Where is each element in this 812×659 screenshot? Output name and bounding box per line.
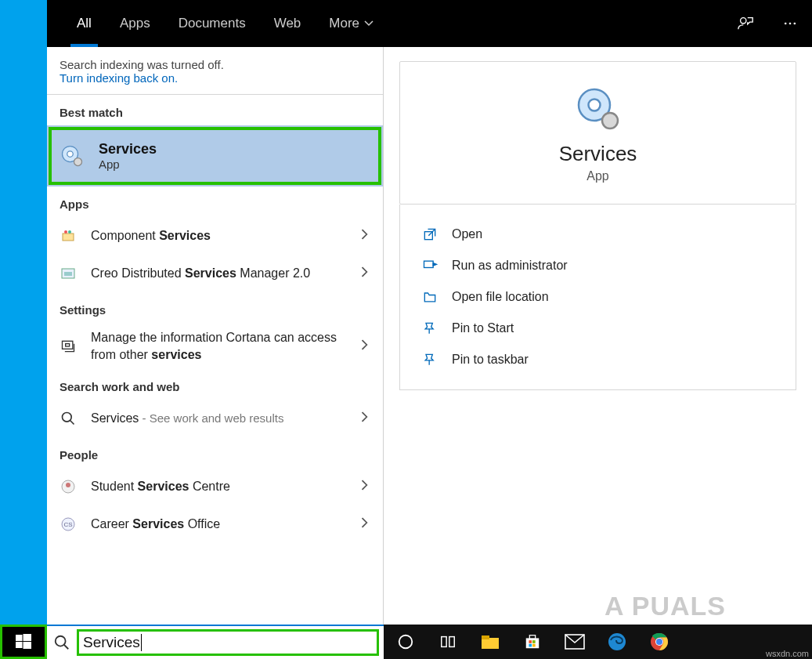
tab-more[interactable]: More bbox=[315, 0, 388, 47]
contact-icon bbox=[60, 478, 77, 495]
svg-rect-11 bbox=[64, 272, 72, 276]
tab-documents[interactable]: Documents bbox=[164, 0, 260, 47]
services-gear-icon bbox=[575, 85, 622, 132]
mail-icon[interactable] bbox=[564, 631, 586, 653]
result-label: Component Services bbox=[91, 227, 359, 244]
action-run-as-admin[interactable]: Run as administrator bbox=[408, 250, 788, 281]
pin-icon bbox=[422, 352, 438, 368]
chrome-icon[interactable] bbox=[648, 631, 670, 653]
svg-rect-38 bbox=[529, 644, 532, 647]
svg-point-14 bbox=[63, 413, 72, 422]
preview-actions: Open Run as administrator Open file loca… bbox=[399, 205, 796, 390]
svg-rect-37 bbox=[532, 640, 536, 643]
svg-rect-26 bbox=[16, 642, 23, 648]
svg-rect-27 bbox=[23, 642, 32, 649]
cortana-icon[interactable] bbox=[395, 631, 417, 653]
result-web-services[interactable]: Services - See work and web results bbox=[47, 400, 383, 437]
edge-icon[interactable] bbox=[606, 631, 628, 653]
preview-card: Services App bbox=[399, 61, 796, 205]
chevron-down-icon bbox=[364, 19, 374, 28]
best-match-title: Services bbox=[99, 141, 157, 158]
svg-rect-12 bbox=[63, 341, 73, 349]
svg-point-1 bbox=[785, 23, 787, 25]
open-icon bbox=[422, 226, 438, 242]
file-explorer-icon[interactable] bbox=[479, 631, 501, 653]
result-creo-services-manager[interactable]: Creo Distributed Services Manager 2.0 bbox=[47, 255, 383, 292]
preview-pane: Services App Open Run as administrator O… bbox=[384, 47, 812, 625]
start-button[interactable] bbox=[0, 625, 47, 659]
svg-point-2 bbox=[789, 23, 792, 25]
creo-icon bbox=[60, 265, 77, 282]
result-label: Student Services Centre bbox=[91, 478, 359, 495]
section-header-people: People bbox=[47, 437, 383, 468]
svg-rect-31 bbox=[449, 637, 454, 647]
task-view-icon[interactable] bbox=[437, 631, 459, 653]
search-icon bbox=[53, 634, 70, 651]
action-pin-to-taskbar[interactable]: Pin to taskbar bbox=[408, 344, 788, 375]
feedback-icon[interactable] bbox=[723, 0, 768, 47]
result-label: Career Services Office bbox=[91, 516, 359, 533]
svg-point-20 bbox=[588, 100, 600, 111]
action-label: Open bbox=[452, 227, 482, 241]
svg-rect-13 bbox=[66, 343, 70, 346]
section-header-best-match: Best match bbox=[47, 95, 383, 125]
svg-text:CS: CS bbox=[63, 521, 72, 528]
component-services-icon bbox=[60, 227, 77, 244]
result-cortana-services-setting[interactable]: Manage the information Cortana can acces… bbox=[47, 323, 383, 369]
best-match-subtitle: App bbox=[99, 158, 157, 171]
result-people-student-services[interactable]: Student Services Centre bbox=[47, 468, 383, 505]
svg-rect-33 bbox=[482, 635, 489, 639]
section-header-apps: Apps bbox=[47, 186, 383, 217]
section-header-work-web: Search work and web bbox=[47, 369, 383, 400]
svg-point-21 bbox=[602, 113, 618, 129]
best-match-result[interactable]: Services App bbox=[47, 125, 383, 186]
services-gear-icon bbox=[60, 143, 85, 168]
tab-apps[interactable]: Apps bbox=[106, 0, 164, 47]
svg-rect-23 bbox=[424, 261, 434, 267]
folder-icon bbox=[422, 289, 438, 305]
action-pin-to-start[interactable]: Pin to Start bbox=[408, 313, 788, 344]
svg-point-9 bbox=[68, 230, 71, 234]
svg-rect-7 bbox=[63, 234, 74, 241]
tab-more-label: More bbox=[329, 16, 359, 31]
more-options-icon[interactable] bbox=[768, 0, 812, 47]
source-watermark: wsxdn.com bbox=[766, 649, 809, 658]
start-search-popup: All Apps Documents Web More Search index… bbox=[47, 0, 812, 625]
action-label: Pin to taskbar bbox=[452, 353, 529, 367]
search-icon bbox=[60, 410, 77, 427]
chevron-right-icon bbox=[359, 411, 370, 425]
result-label: Services - See work and web results bbox=[91, 410, 359, 427]
action-open[interactable]: Open bbox=[408, 219, 788, 250]
action-open-file-location[interactable]: Open file location bbox=[408, 281, 788, 313]
result-component-services[interactable]: Component Services bbox=[47, 217, 383, 255]
svg-point-16 bbox=[66, 483, 70, 487]
text-cursor bbox=[141, 634, 142, 651]
result-label: Creo Distributed Services Manager 2.0 bbox=[91, 265, 359, 282]
action-label: Run as administrator bbox=[452, 259, 568, 273]
chevron-right-icon bbox=[359, 517, 370, 531]
result-label: Manage the information Cortana can acces… bbox=[91, 329, 359, 363]
settings-icon bbox=[60, 338, 77, 355]
svg-point-28 bbox=[56, 636, 66, 646]
taskbar: Services bbox=[0, 625, 812, 659]
indexing-notice: Search indexing was turned off. Turn ind… bbox=[47, 47, 383, 95]
tab-web[interactable]: Web bbox=[260, 0, 316, 47]
contact-icon: CS bbox=[60, 516, 77, 533]
taskbar-search-box[interactable]: Services bbox=[47, 625, 384, 659]
chevron-right-icon bbox=[359, 266, 370, 281]
microsoft-store-icon[interactable] bbox=[521, 631, 543, 653]
best-match-text: Services App bbox=[99, 141, 157, 171]
preview-subtitle: App bbox=[586, 169, 608, 183]
svg-rect-24 bbox=[16, 635, 23, 641]
svg-rect-25 bbox=[23, 634, 32, 641]
turn-indexing-on-link[interactable]: Turn indexing back on. bbox=[60, 71, 370, 85]
pin-icon bbox=[422, 320, 438, 336]
windows-logo-icon bbox=[16, 634, 31, 650]
shield-icon bbox=[422, 258, 438, 273]
svg-point-5 bbox=[67, 151, 74, 158]
svg-point-29 bbox=[399, 635, 413, 649]
taskbar-pinned-apps bbox=[384, 625, 812, 659]
result-people-career-services[interactable]: CS Career Services Office bbox=[47, 505, 383, 543]
tab-all[interactable]: All bbox=[63, 0, 106, 47]
search-input[interactable]: Services bbox=[78, 631, 377, 654]
